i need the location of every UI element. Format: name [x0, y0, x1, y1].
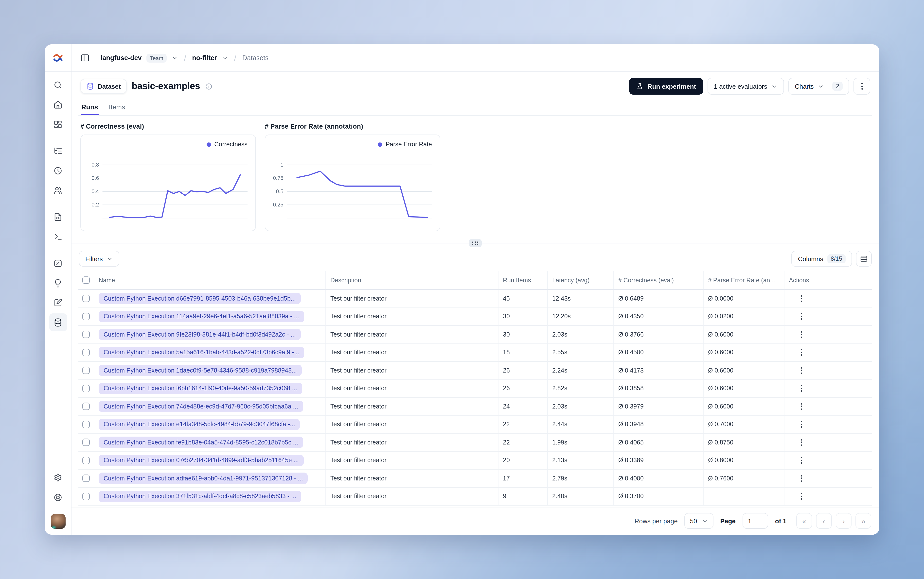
sidebar-item-sessions[interactable] — [49, 162, 67, 179]
row-actions-menu-button[interactable] — [798, 328, 805, 341]
charts-dropdown[interactable]: Charts 2 — [788, 78, 849, 95]
langfuse-logo[interactable] — [45, 44, 71, 72]
run-description: Test our filter creator — [326, 326, 498, 343]
col-header-correctness[interactable]: # Correctness (eval) — [614, 271, 704, 289]
sidebar-item-settings[interactable] — [49, 469, 67, 486]
run-name-link[interactable]: Custom Python Execution 9fe23f98-881e-44… — [98, 329, 301, 340]
next-page-button[interactable]: › — [836, 513, 852, 529]
row-checkbox[interactable] — [82, 475, 90, 482]
org-switcher[interactable] — [172, 55, 178, 61]
row-actions-menu-button[interactable] — [798, 418, 805, 431]
sidebar-item-search[interactable] — [49, 76, 67, 93]
user-avatar[interactable] — [51, 514, 66, 529]
row-actions-menu-button[interactable] — [798, 292, 805, 305]
table-row: Custom Python Execution 9fe23f98-881e-44… — [79, 326, 872, 344]
run-name-link[interactable]: Custom Python Execution adfae619-abb0-4d… — [98, 473, 308, 484]
columns-dropdown[interactable]: Columns 8/15 — [791, 251, 852, 267]
table-row: Custom Python Execution f6bb1614-1f90-40… — [79, 379, 872, 397]
project-switcher[interactable] — [222, 55, 228, 61]
previous-page-button[interactable]: ‹ — [816, 513, 832, 529]
row-checkbox[interactable] — [82, 493, 90, 500]
select-all-checkbox[interactable] — [82, 276, 90, 284]
row-checkbox[interactable] — [82, 295, 90, 302]
run-name-link[interactable]: Custom Python Execution 371f531c-abff-4d… — [98, 491, 301, 502]
svg-text:0.5: 0.5 — [276, 188, 283, 195]
sidebar-item-dashboards[interactable] — [49, 115, 67, 133]
col-header-parse-error-rate[interactable]: # Parse Error Rate (an... — [704, 271, 785, 289]
col-header-run-items[interactable]: Run Items — [498, 271, 548, 289]
tab-items[interactable]: Items — [108, 101, 126, 115]
dataset-info-button[interactable] — [205, 83, 212, 90]
flask-icon — [636, 83, 644, 90]
row-actions-menu-button[interactable] — [798, 454, 805, 467]
sessions-icon — [53, 166, 62, 175]
sidebar-item-support[interactable] — [49, 488, 67, 506]
table-row: Custom Python Execution 114aa9ef-29e6-4e… — [79, 308, 872, 326]
evaluators-dropdown[interactable]: 1 active evaluators — [707, 78, 784, 95]
row-actions-menu-button[interactable] — [798, 310, 805, 323]
filters-dropdown[interactable]: Filters — [79, 251, 120, 267]
run-experiment-button[interactable]: Run experiment — [629, 78, 703, 95]
row-checkbox[interactable] — [82, 313, 90, 320]
run-name-link[interactable]: Custom Python Execution 076b2704-341d-48… — [98, 455, 304, 466]
run-parse-error-rate: Ø 0.0000 — [704, 290, 785, 307]
row-checkbox[interactable] — [82, 349, 90, 356]
sidebar-item-users[interactable] — [49, 182, 67, 199]
row-actions-menu-button[interactable] — [798, 400, 805, 413]
langfuse-knot-icon — [52, 52, 64, 64]
info-icon — [205, 83, 212, 90]
row-actions-menu-button[interactable] — [798, 472, 805, 485]
sidebar-toggle-button[interactable] — [79, 51, 92, 65]
page-number-input[interactable] — [742, 513, 768, 529]
tab-runs[interactable]: Runs — [81, 101, 98, 115]
sidebar-item-annotation[interactable] — [49, 294, 67, 311]
breadcrumb-section[interactable]: Datasets — [242, 54, 269, 62]
row-height-button[interactable] — [856, 251, 872, 267]
chart-canvas: 0.20.40.60.8 — [86, 149, 251, 222]
run-name-link[interactable]: Custom Python Execution f6bb1614-1f90-40… — [98, 383, 302, 394]
run-items-count: 30 — [498, 308, 548, 325]
rows-per-page-select[interactable]: 50 — [685, 513, 713, 529]
col-header-description[interactable]: Description — [326, 271, 498, 289]
sidebar-item-playground[interactable] — [49, 228, 67, 245]
grip-dots-icon — [472, 242, 473, 243]
sidebar-item-home[interactable] — [49, 96, 67, 113]
sidebar-item-llm-judge[interactable] — [49, 274, 67, 292]
first-page-button[interactable]: « — [796, 513, 812, 529]
row-actions-menu-button[interactable] — [798, 364, 805, 377]
row-actions-menu-button[interactable] — [798, 346, 805, 359]
breadcrumb-org[interactable]: langfuse-dev — [101, 54, 142, 62]
row-checkbox[interactable] — [82, 367, 90, 374]
run-name-link[interactable]: Custom Python Execution 114aa9ef-29e6-4e… — [98, 311, 304, 322]
row-checkbox[interactable] — [82, 385, 90, 392]
col-header-latency[interactable]: Latency (avg) — [548, 271, 614, 289]
run-name-link[interactable]: Custom Python Execution 74de488e-ec9d-47… — [98, 401, 303, 412]
sidebar-item-tracing[interactable] — [49, 142, 67, 160]
run-name-link[interactable]: Custom Python Execution d66e7991-8595-45… — [98, 293, 301, 304]
col-header-name[interactable]: Name — [94, 271, 326, 289]
row-checkbox[interactable] — [82, 439, 90, 446]
sidebar-item-datasets[interactable] — [49, 313, 67, 331]
row-checkbox[interactable] — [82, 331, 90, 338]
run-name-link[interactable]: Custom Python Execution 1daec0f9-5e78-43… — [98, 365, 302, 376]
row-checkbox[interactable] — [82, 403, 90, 410]
last-page-button[interactable]: » — [855, 513, 871, 529]
row-actions-menu-button[interactable] — [798, 382, 805, 395]
sidebar-item-evaluators[interactable] — [49, 254, 67, 272]
ellipsis-vertical-icon — [801, 313, 802, 315]
svg-text:0.8: 0.8 — [92, 162, 99, 168]
drag-handle[interactable] — [469, 239, 482, 247]
breadcrumb-project[interactable]: no-filter — [192, 54, 217, 62]
run-description: Test our filter creator — [326, 308, 498, 325]
run-name-link[interactable]: Custom Python Execution e14fa348-5cfc-49… — [98, 419, 300, 430]
correctness-chart-plot: 0.20.40.60.8 — [86, 149, 251, 222]
run-name-link[interactable]: Custom Python Execution 5a15a616-1bab-44… — [98, 347, 304, 358]
row-actions-menu-button[interactable] — [798, 436, 805, 449]
sidebar-item-prompts[interactable] — [49, 208, 67, 226]
run-name-link[interactable]: Custom Python Execution fe91b83e-04a5-47… — [98, 437, 303, 448]
row-checkbox[interactable] — [82, 421, 90, 428]
row-checkbox[interactable] — [82, 457, 90, 464]
row-actions-menu-button[interactable] — [798, 490, 805, 503]
charts-count-badge: 2 — [832, 82, 843, 91]
dataset-actions-menu-button[interactable] — [854, 78, 870, 95]
